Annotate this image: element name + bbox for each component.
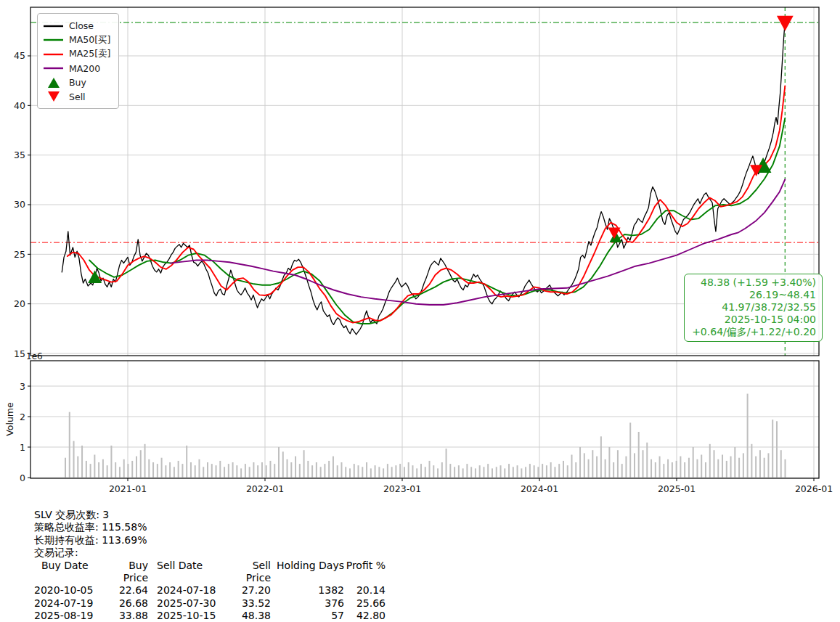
volume-bar (182, 464, 183, 478)
volume-bar (605, 459, 606, 478)
legend-item-sell: Sell (44, 90, 111, 105)
figure: 1520253035404501232021-012022-012023-012… (0, 0, 840, 622)
x-tick-label: 2026-01 (795, 483, 833, 494)
volume-bar (249, 467, 250, 478)
volume-bar (328, 461, 330, 478)
volume-bar (362, 467, 363, 478)
legend-line-swatch (44, 66, 63, 70)
volume-bar (383, 468, 384, 478)
volume-bar (391, 467, 393, 478)
vol-y-tick-label: 1 (20, 442, 25, 453)
volume-bar (253, 462, 254, 478)
volume-bar (148, 459, 150, 478)
volume-bar (554, 467, 555, 478)
stat-trade-count: SLV 交易次数: 3 (34, 509, 386, 521)
volume-bar (287, 459, 288, 478)
volume-bar (404, 467, 405, 478)
volume-bar (784, 459, 786, 478)
volume-bar (416, 468, 417, 478)
volume-bar (688, 458, 690, 478)
volume-bar (638, 432, 640, 478)
trade-buy-date: 2024-07-19 (34, 597, 111, 610)
volume-bar (500, 465, 502, 478)
volume-bar (378, 467, 380, 478)
volume-bar (157, 464, 158, 478)
volume-bar (693, 447, 694, 478)
trade-buy-price: 33.88 (111, 610, 148, 622)
y-tick-label: 30 (14, 199, 25, 210)
x-tick-label: 2022-01 (246, 483, 284, 494)
volume-bar (513, 467, 514, 478)
volume-bar (684, 462, 685, 478)
volume-bar (579, 447, 581, 478)
legend-label: MA200 (69, 63, 100, 74)
volume-bar (517, 465, 518, 478)
legend-item-ma200: MA200 (44, 62, 111, 76)
volume-bar (195, 465, 196, 478)
legend-label: Buy (69, 77, 86, 88)
volume-bar (717, 459, 719, 478)
volume-bar (257, 465, 258, 478)
volume-bar (282, 451, 284, 478)
legend-swatch (44, 24, 63, 28)
volume-bar (676, 461, 677, 478)
volume-bar (86, 461, 87, 478)
volume-bar (144, 444, 146, 478)
volume-bar (492, 468, 493, 478)
trade-buy-price: 26.68 (111, 597, 148, 610)
volume-bar (629, 422, 631, 478)
col-header-holding-days: Holding Days (271, 560, 344, 585)
volume-bar (354, 464, 355, 478)
volume-bar (224, 467, 225, 478)
volume-bar (245, 464, 246, 478)
volume-bar (634, 453, 635, 478)
annotation-line-2: 26.19~48.41 (692, 289, 816, 301)
volume-bar (174, 467, 175, 478)
volume-bar (722, 455, 723, 478)
volume-bar (730, 457, 732, 478)
trade-sell-date: 2024-07-18 (157, 584, 229, 597)
col-header-profit: Profit % (344, 560, 386, 585)
volume-bar (412, 465, 413, 478)
volume-bar (575, 462, 576, 478)
volume-bar (73, 441, 75, 478)
legend-item-close: Close (44, 19, 111, 33)
trade-sell-price: 48.38 (229, 610, 271, 622)
volume-bar (454, 467, 455, 478)
col-header-sell-date: Sell Date (157, 560, 229, 585)
volume-bar (110, 446, 112, 478)
volume-bar (311, 465, 313, 478)
volume-bar (425, 467, 426, 478)
spacer (148, 560, 157, 585)
volume-bar (534, 465, 535, 478)
annotation-line-3: 41.97/38.72/32.55 (692, 301, 816, 314)
volume-bar (487, 464, 489, 478)
annotation-line-1: 48.38 (+1.59 +3.40%) (692, 277, 816, 289)
volume-bar (333, 457, 334, 478)
volume-bar (107, 465, 108, 478)
volume-bar (437, 468, 439, 478)
volume-bar (261, 462, 263, 478)
volume-bar (161, 458, 163, 478)
trade-holding-days: 57 (271, 610, 344, 622)
volume-bar (274, 464, 275, 478)
volume-bar (759, 450, 761, 478)
volume-bar (98, 462, 99, 478)
volume-bar (780, 450, 782, 478)
trade-sell-price: 33.52 (229, 597, 271, 610)
volume-bar (496, 467, 497, 478)
volume-offset-label: 1e6 (26, 351, 43, 361)
y-tick-label: 25 (14, 249, 25, 260)
volume-bar (370, 468, 372, 478)
volume-bar (408, 462, 409, 478)
volume-bar (127, 464, 129, 478)
sell-triangle-icon (47, 91, 60, 102)
volume-bar (751, 444, 752, 478)
legend: CloseMA50[买]MA25[卖]MA200BuySell (37, 13, 119, 109)
volume-bar (399, 464, 401, 478)
volume-bar (119, 467, 121, 478)
legend-line-swatch (44, 24, 63, 28)
volume-bar (596, 457, 598, 478)
trade-holding-days: 376 (271, 597, 344, 610)
volume-bar (337, 465, 338, 478)
